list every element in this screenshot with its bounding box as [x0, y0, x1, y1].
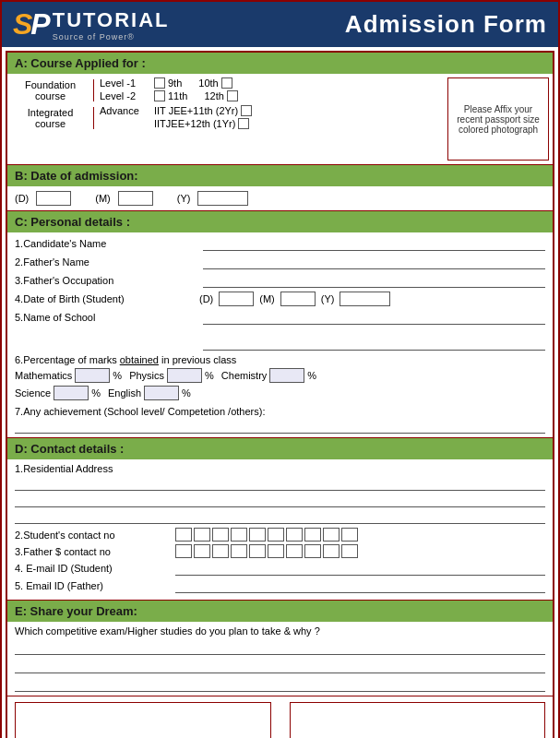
ph-box-9[interactable]	[323, 528, 340, 542]
candidate-name-label: 1.Candidate's Name	[15, 238, 199, 249]
chemistry-percent: %	[307, 370, 316, 381]
chemistry-box[interactable]	[269, 368, 304, 383]
fph-box-4[interactable]	[231, 544, 247, 558]
grade9-checkbox[interactable]: 9th	[154, 77, 182, 89]
marks-label-text: 6.Percentage of marks obtained in previo…	[15, 354, 236, 365]
email-father-input[interactable]	[175, 578, 545, 593]
grade10-checkbox[interactable]: 10th	[198, 77, 232, 89]
chk-10th[interactable]	[221, 77, 232, 89]
fph-box-2[interactable]	[194, 544, 210, 558]
school-name-input2[interactable]	[203, 336, 545, 351]
address-line3[interactable]	[15, 509, 545, 524]
student-contact-label: 2.Student's contact no	[15, 530, 172, 541]
ph-box-7[interactable]	[286, 528, 303, 542]
achievement-row: 7.Any achievement (School level/ Compete…	[15, 406, 545, 434]
fph-box-8[interactable]	[304, 544, 321, 558]
level1-label: Level -1	[100, 77, 150, 89]
fph-box-1[interactable]	[175, 544, 192, 558]
course-section: Foundation course Level -1 9th 10th	[7, 74, 553, 165]
logo-right: TUTORIAL Source of Power®	[53, 8, 170, 42]
father-contact-row: 3.Father $ contact no	[15, 544, 545, 558]
fph-box-10[interactable]	[341, 544, 358, 558]
iitjee-checkbox[interactable]: IIT JEE+11th (2Yr)	[154, 105, 252, 116]
ph-box-10[interactable]	[341, 528, 358, 542]
ph-box-8[interactable]	[304, 528, 321, 542]
achievement-label: 7.Any achievement (School level/ Compete…	[15, 406, 265, 417]
chk-12th[interactable]	[227, 90, 238, 101]
date-m-box[interactable]	[118, 191, 153, 206]
ph-box-6[interactable]	[268, 528, 284, 542]
address-line1[interactable]	[15, 476, 545, 491]
science-box[interactable]	[54, 386, 89, 400]
student-sig-box[interactable]	[290, 702, 546, 738]
chk-11th[interactable]	[154, 90, 165, 101]
science-percent: %	[91, 387, 101, 399]
course-left: Foundation course Level -1 9th 10th	[7, 74, 444, 164]
physics-box[interactable]	[167, 368, 202, 383]
marks-inline: Mathematics % Physics % Chemistry %	[15, 368, 545, 383]
school-name-label: 5.Name of School	[15, 312, 199, 323]
dream-line3[interactable]	[15, 677, 545, 692]
dob-d-box[interactable]	[219, 292, 254, 306]
dream-line2[interactable]	[15, 659, 545, 673]
physics-label: Physics	[129, 370, 164, 381]
ph-box-4[interactable]	[231, 528, 247, 542]
level2-row: Level -2 11th 12th	[100, 90, 238, 101]
dob-m-label: (M)	[259, 293, 275, 304]
header: SP TUTORIAL Source of Power® Admission F…	[2, 2, 558, 47]
dream-line1[interactable]	[15, 640, 545, 655]
math-box[interactable]	[75, 368, 110, 383]
integrated-label: Integrated course	[11, 107, 94, 129]
chk-9th[interactable]	[154, 77, 165, 89]
fph-box-7[interactable]	[286, 544, 303, 558]
iitjee12-label: IITJEE+12th (1Yr)	[154, 118, 235, 129]
ph-box-2[interactable]	[194, 528, 210, 542]
date-d-box[interactable]	[36, 191, 71, 206]
father-occupation-label: 3.Father's Occupation	[15, 275, 199, 286]
ph-box-5[interactable]	[249, 528, 266, 542]
iitjee-label: IIT JEE+11th (2Yr)	[154, 105, 238, 116]
chk-iitjee12[interactable]	[238, 118, 249, 129]
personal-section: 1.Candidate's Name 2.Father's Name 3.Fat…	[7, 232, 553, 438]
address-line2[interactable]	[15, 493, 545, 507]
address-label: 1.Residential Address	[15, 463, 113, 474]
father-occupation-input[interactable]	[203, 273, 545, 288]
school-name-input[interactable]	[203, 310, 545, 325]
father-name-input[interactable]	[203, 255, 545, 269]
logo-area: SP TUTORIAL Source of Power®	[13, 7, 170, 42]
dob-y-box[interactable]	[340, 292, 390, 306]
fph-box-9[interactable]	[323, 544, 340, 558]
fph-box-6[interactable]	[268, 544, 284, 558]
student-sig-item: Student's Signature	[290, 702, 546, 738]
achievement-input[interactable]	[15, 419, 545, 434]
parent-sig-box[interactable]	[15, 702, 271, 738]
grade10-label: 10th	[198, 77, 218, 89]
father-contact-label: 3.Father $ contact no	[15, 546, 172, 557]
foundation-row: Foundation course Level -1 9th 10th	[11, 77, 440, 103]
science-label: Science	[15, 387, 51, 399]
chk-iitjee[interactable]	[241, 105, 252, 116]
iitjee12-checkbox[interactable]: IITJEE+12th (1Yr)	[154, 118, 249, 129]
date-y-box[interactable]	[197, 191, 248, 206]
father-occupation-row: 3.Father's Occupation	[15, 273, 545, 288]
grade12-checkbox[interactable]: 12th	[204, 90, 237, 101]
english-box[interactable]	[144, 386, 179, 400]
dob-row: 4.Date of Birth (Student) (D) (M) (Y)	[15, 292, 545, 306]
ph-box-3[interactable]	[212, 528, 229, 542]
dob-m-box[interactable]	[280, 292, 316, 306]
admission-form: SP TUTORIAL Source of Power® Admission F…	[0, 0, 560, 738]
main-content: A: Course Applied for : Foundation cours…	[6, 51, 554, 738]
ph-box-1[interactable]	[175, 528, 192, 542]
parent-sig-item: Parent's Signature	[15, 702, 271, 738]
level2-label: Level -2	[100, 90, 150, 101]
fph-box-5[interactable]	[249, 544, 266, 558]
fph-box-3[interactable]	[212, 544, 229, 558]
candidate-name-input[interactable]	[203, 236, 545, 251]
grade11-checkbox[interactable]: 11th	[154, 90, 187, 101]
student-phone-boxes	[175, 528, 358, 542]
math-percent: %	[113, 370, 122, 381]
physics-percent: %	[205, 370, 214, 381]
candidate-name-row: 1.Candidate's Name	[15, 236, 545, 251]
tagline: Source of Power®	[53, 32, 170, 42]
email-student-input[interactable]	[175, 561, 545, 576]
